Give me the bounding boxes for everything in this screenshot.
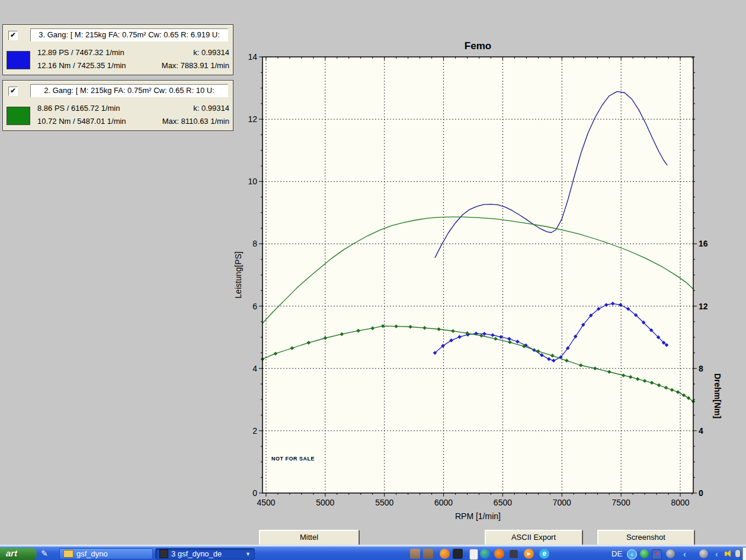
hide-icons-chevron-icon[interactable]: ‹ — [627, 549, 637, 559]
gang2-color-swatch[interactable] — [7, 107, 30, 125]
svg-text:4500: 4500 — [257, 498, 275, 507]
gray-device-icon-2[interactable] — [699, 549, 708, 558]
chevron-down-icon[interactable]: ▼ — [245, 551, 251, 557]
svg-text:0: 0 — [699, 488, 703, 498]
svg-text:16: 16 — [699, 239, 708, 248]
svg-text:4: 4 — [252, 364, 257, 373]
camera-small-icon[interactable] — [510, 550, 518, 558]
media-player-icon[interactable]: ▶ — [524, 549, 534, 559]
svg-text:10: 10 — [248, 177, 257, 186]
svg-text:12: 12 — [248, 114, 257, 124]
gang3-color-swatch[interactable] — [7, 51, 30, 69]
network-offline-icon[interactable] — [652, 549, 662, 559]
blue-crescent-icon-2[interactable]: ‹ — [712, 549, 721, 558]
svg-text:14: 14 — [248, 52, 257, 62]
taskbar-button-gsf-dyno[interactable]: gsf_dyno — [59, 548, 153, 559]
svg-text:6000: 6000 — [434, 498, 453, 507]
svg-text:NOT FOR SALE: NOT FOR SALE — [271, 456, 315, 462]
screenshot-button[interactable]: Screenshot — [597, 530, 694, 546]
svg-text:Leistung[PS]: Leistung[PS] — [233, 251, 243, 298]
svg-text:5000: 5000 — [316, 498, 334, 507]
firefox-icon[interactable] — [494, 549, 504, 559]
photo-thumbnail-2-icon[interactable] — [423, 549, 433, 559]
gang2-power-peak: 8.86 PS / 6165.72 1/min — [37, 104, 120, 113]
svg-text:8000: 8000 — [671, 498, 689, 507]
gang2-parameter-field[interactable]: 2. Gang: [ M: 215kg FA: 0.75m² Cw: 0.65 … — [30, 84, 228, 97]
svg-text:2: 2 — [252, 426, 257, 436]
blue-crescent-icon[interactable]: ‹ — [680, 549, 689, 558]
gang2-torque-peak: 10.72 Nm / 5487.01 1/min — [37, 117, 126, 126]
internet-explorer-icon[interactable]: e — [539, 549, 549, 559]
taskbar-button-gsf-dyno-de-group[interactable]: 3 gsf_dyno_de ▼ — [155, 548, 255, 559]
svg-text:6500: 6500 — [494, 498, 512, 507]
globe-icon[interactable] — [480, 549, 490, 559]
svg-text:8: 8 — [699, 364, 703, 373]
mittel-button[interactable]: Mittel — [259, 530, 359, 546]
chart-canvas: 4500500055006000650070007500800002468101… — [225, 33, 746, 527]
svg-text:Drehm[Nm]: Drehm[Nm] — [713, 373, 722, 418]
gang2-k-value: k: 0.99314 — [193, 104, 229, 113]
legend-panel-gang-2: 2. Gang: [ M: 215kg FA: 0.75m² Cw: 0.65 … — [2, 80, 233, 131]
photo-thumbnail-1-icon[interactable] — [410, 549, 420, 559]
gang2-max-rpm: Max: 8110.63 1/min — [162, 117, 229, 126]
volume-icon[interactable] — [724, 549, 733, 558]
quick-launch-pen-icon[interactable]: ✎ — [39, 549, 50, 559]
language-indicator[interactable]: DE — [611, 549, 622, 558]
svg-text:12: 12 — [699, 302, 708, 311]
gang3-torque-peak: 12.16 Nm / 7425.35 1/min — [37, 61, 126, 70]
clock-area — [742, 548, 746, 560]
gang3-parameter-field[interactable]: 3. Gang: [ M: 215kg FA: 0.75m² Cw: 0.65 … — [30, 28, 228, 41]
dyno-chart: 4500500055006000650070007500800002468101… — [225, 33, 746, 527]
green-status-icon[interactable] — [640, 549, 649, 558]
svg-text:8: 8 — [252, 239, 257, 248]
svg-text:0: 0 — [252, 488, 257, 498]
legend-panel-gang-3: 3. Gang: [ M: 215kg FA: 0.75m² Cw: 0.65 … — [2, 24, 233, 75]
gang3-max-rpm: Max: 7883.91 1/min — [162, 61, 229, 70]
document-icon[interactable] — [469, 549, 478, 560]
microphone-icon[interactable] — [735, 549, 741, 558]
gang2-visible-checkbox[interactable] — [8, 87, 18, 96]
gang3-k-value: k: 0.99314 — [193, 48, 229, 57]
firefox-small-icon[interactable] — [440, 549, 450, 559]
svg-text:7000: 7000 — [553, 498, 571, 507]
gang3-visible-checkbox[interactable] — [8, 31, 18, 40]
gray-device-icon[interactable] — [666, 549, 675, 558]
svg-text:5500: 5500 — [375, 498, 393, 507]
svg-text:6: 6 — [252, 302, 257, 311]
svg-text:7500: 7500 — [612, 498, 630, 507]
svg-text:RPM [1/min]: RPM [1/min] — [455, 511, 501, 521]
ascii-export-button[interactable]: ASCII Export — [485, 530, 582, 546]
svg-text:Femo: Femo — [465, 40, 491, 52]
gang3-power-peak: 12.89 PS / 7467.32 1/min — [37, 48, 124, 57]
folder-icon — [63, 550, 73, 558]
app-icon — [159, 549, 168, 558]
start-button[interactable]: art — [0, 548, 37, 560]
dark-app-icon[interactable] — [453, 549, 463, 559]
svg-text:4: 4 — [699, 426, 703, 436]
taskbar: art ✎ gsf_dyno 3 gsf_dyno_de ▼ ▶ e DE ‹ … — [0, 546, 746, 560]
